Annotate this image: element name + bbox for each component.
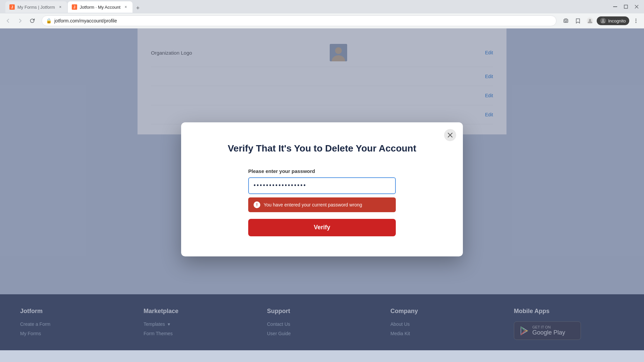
lock-icon: 🔒 (46, 18, 52, 23)
reload-button[interactable] (27, 15, 38, 26)
new-tab-button[interactable]: + (133, 3, 143, 13)
svg-point-8 (602, 19, 604, 21)
minimize-button[interactable] (610, 2, 620, 11)
incognito-label: Incognito (608, 18, 626, 23)
password-input[interactable] (248, 177, 396, 194)
browser-chrome: J My Forms | Jotform × J Jotform · My Ac… (0, 0, 644, 28)
browser-tab-1[interactable]: J My Forms | Jotform × (5, 1, 67, 13)
svg-rect-0 (613, 6, 617, 7)
verify-button[interactable]: Verify (248, 219, 396, 236)
browser-tabs: J My Forms | Jotform × J Jotform · My Ac… (3, 1, 145, 13)
tab-favicon-2: J (72, 4, 77, 10)
profile-icon[interactable] (585, 15, 595, 26)
browser-actions: Incognito (560, 15, 641, 26)
error-icon (254, 201, 260, 208)
modal-overlay: Verify That It's You to Delete Your Acco… (0, 28, 644, 350)
svg-rect-1 (624, 5, 628, 8)
error-text: You have entered your current password w… (264, 202, 362, 207)
camera-icon[interactable] (560, 15, 571, 26)
close-window-button[interactable] (632, 2, 641, 11)
browser-tab-2[interactable]: J Jotform · My Account × (68, 1, 132, 13)
back-button[interactable] (3, 15, 13, 26)
bookmark-icon[interactable] (573, 15, 583, 26)
tab-title-1: My Forms | Jotform (17, 5, 55, 10)
tab-title-2: Jotform · My Account (80, 5, 120, 10)
password-label: Please enter your password (248, 168, 396, 174)
svg-point-10 (636, 20, 637, 21)
error-message-box: You have entered your current password w… (248, 197, 396, 212)
maximize-button[interactable] (621, 2, 631, 11)
page-content: Organization Logo Edit Edit (0, 28, 644, 350)
browser-titlebar: J My Forms | Jotform × J Jotform · My Ac… (0, 0, 644, 13)
modal-form: Please enter your password You have ente… (248, 168, 396, 236)
tab-close-1[interactable]: × (58, 4, 63, 10)
address-text: jotform.com/myaccount/profile (54, 18, 552, 23)
forward-button[interactable] (15, 15, 25, 26)
svg-point-4 (565, 20, 567, 22)
window-controls (610, 2, 641, 11)
address-bar[interactable]: 🔒 jotform.com/myaccount/profile (42, 15, 556, 26)
tab-close-2[interactable]: × (123, 4, 128, 10)
menu-icon[interactable] (631, 15, 641, 26)
modal-title: Verify That It's You to Delete Your Acco… (201, 142, 443, 155)
tab-favicon-1: J (9, 4, 15, 10)
modal-close-button[interactable] (444, 129, 456, 141)
svg-point-9 (636, 19, 637, 20)
modal-close-icon (448, 133, 452, 137)
svg-point-11 (636, 22, 637, 23)
verify-modal: Verify That It's You to Delete Your Acco… (181, 122, 463, 256)
svg-point-6 (589, 19, 591, 21)
incognito-button[interactable]: Incognito (597, 16, 629, 25)
browser-controls: 🔒 jotform.com/myaccount/profile Incognit… (0, 13, 644, 28)
